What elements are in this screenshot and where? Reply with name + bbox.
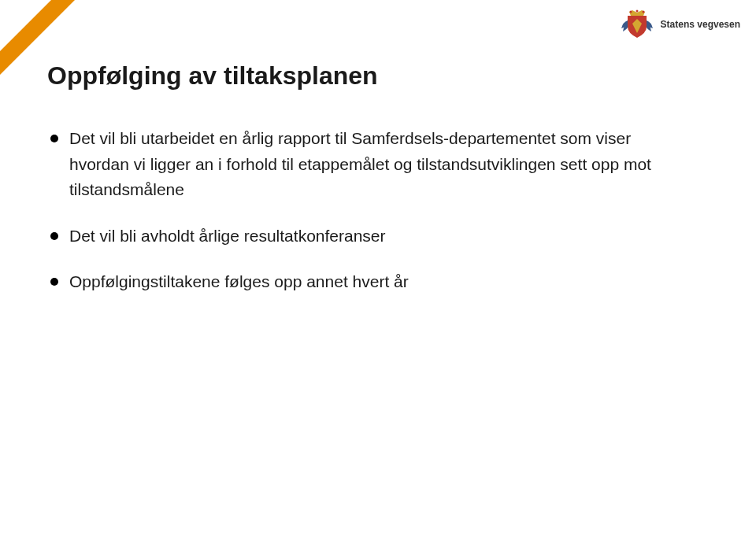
- svg-point-0: [629, 11, 632, 13]
- svg-point-1: [636, 10, 638, 13]
- slide-title: Oppfølging av tiltaksplanen: [47, 61, 378, 91]
- organization-name: Statens vegvesen: [661, 19, 740, 30]
- bullet-item: Det vil bli utarbeidet en årlig rapport …: [47, 126, 693, 203]
- bullet-item: Oppfølgingstiltakene følges opp annet hv…: [47, 269, 693, 295]
- bullet-list: Det vil bli utarbeidet en årlig rapport …: [47, 126, 693, 316]
- bullet-item: Det vil bli avholdt årlige resultatkonfe…: [47, 224, 693, 249]
- svg-point-2: [642, 11, 644, 13]
- organization-logo: Statens vegvesen: [620, 9, 740, 39]
- logo-crest-icon: [620, 9, 654, 39]
